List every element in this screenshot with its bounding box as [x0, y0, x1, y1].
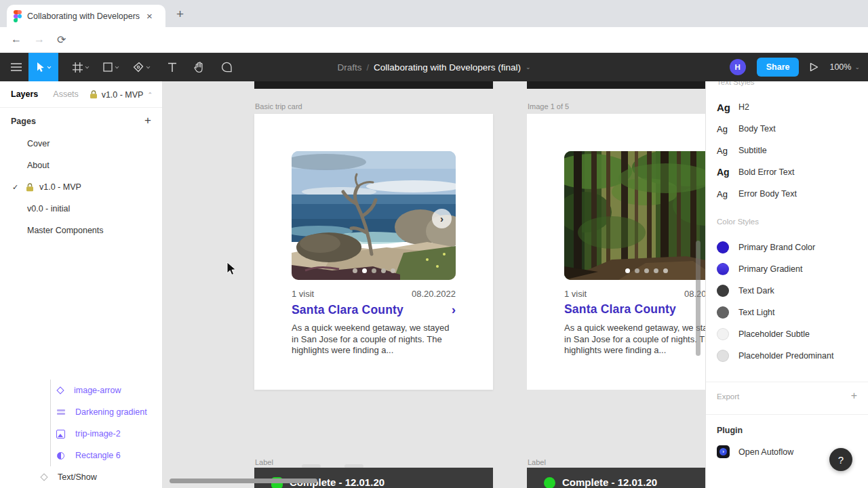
plugin-open-autoflow[interactable]: › Open Autoflow — [717, 445, 793, 458]
carousel-dot[interactable] — [353, 268, 357, 273]
move-cursor-icon — [36, 62, 45, 73]
chevron-down-icon — [115, 66, 119, 69]
carousel-dot-active[interactable] — [362, 268, 367, 273]
color-style-primary-gradient[interactable]: Primary Gradient — [706, 258, 868, 280]
tab-assets[interactable]: Assets — [53, 89, 79, 99]
color-swatch — [717, 241, 729, 253]
page-item-v0-initial[interactable]: v0.0 - initial — [0, 198, 162, 220]
zoom-control[interactable]: 100% ⌄ — [829, 62, 860, 72]
chevron-right-icon: › — [440, 213, 443, 224]
user-avatar[interactable]: H — [730, 59, 746, 75]
text-tool-button[interactable] — [160, 53, 184, 81]
move-tool-button[interactable] — [28, 53, 58, 81]
help-button[interactable]: ? — [829, 448, 852, 471]
text-style-body-text[interactable]: Ag Body Text — [706, 118, 868, 140]
reload-icon[interactable]: ⟳ — [57, 33, 66, 46]
page-label: v0.0 - initial — [27, 204, 70, 214]
chevron-down-icon — [47, 66, 52, 69]
layer-item-image-arrow[interactable]: image-arrow — [0, 380, 162, 401]
page-item-master-components[interactable]: Master Components — [0, 220, 162, 241]
rectangle-icon — [103, 62, 113, 72]
present-play-icon[interactable] — [810, 62, 818, 72]
carousel-dot[interactable] — [663, 268, 668, 273]
hand-tool-button[interactable] — [187, 53, 212, 81]
carousel-dots[interactable] — [292, 268, 456, 273]
carousel-dot-active[interactable] — [625, 268, 630, 273]
color-swatch — [717, 306, 729, 319]
zoom-chevron-icon: ⌄ — [854, 64, 860, 70]
breadcrumb-drafts[interactable]: Drafts — [337, 62, 361, 73]
shape-tool-button[interactable] — [97, 53, 125, 81]
carousel-dot[interactable] — [372, 268, 376, 273]
export-header[interactable]: Export — [717, 392, 739, 401]
page-version-selector[interactable]: v1.0 - MVP ⌃ — [90, 81, 153, 108]
trip-photo-forest[interactable] — [564, 151, 705, 280]
carousel-next-button[interactable]: › — [432, 209, 452, 228]
comment-tool-button[interactable] — [214, 53, 239, 81]
frame-status-banner[interactable]: Complete - 12.01.20 — [254, 468, 493, 488]
browser-tab[interactable]: Collaborating with Developers × — [7, 5, 165, 27]
layer-item-darkening-gradient[interactable]: Darkening gradient — [0, 401, 162, 423]
forward-icon[interactable]: → — [34, 33, 45, 45]
carousel-dot[interactable] — [391, 268, 395, 273]
tab-close-icon[interactable]: × — [146, 10, 153, 22]
text-style-h2[interactable]: Ag H2 — [706, 96, 868, 118]
layer-label: Text/Show — [58, 472, 97, 482]
design-canvas[interactable]: Basic trip card — [163, 81, 705, 488]
page-item-cover[interactable]: Cover — [0, 133, 162, 155]
color-style-primary-brand[interactable]: Primary Brand Color — [706, 237, 868, 258]
style-sample: Ag — [717, 146, 737, 156]
breadcrumb-file-name[interactable]: Collaborating with Developers (final) — [374, 62, 521, 73]
layer-item-trip-image-2[interactable]: trip-image-2 — [0, 423, 162, 445]
carousel-dot[interactable] — [635, 268, 639, 273]
frame-label-label[interactable]: Label — [528, 458, 546, 466]
visit-count: 1 visit — [292, 289, 314, 299]
layer-item-text-show[interactable]: Text/Show — [0, 466, 162, 488]
tab-layers[interactable]: Layers — [11, 89, 38, 99]
frame-tool-button[interactable] — [66, 53, 95, 81]
frame-label-image-1-of-5[interactable]: Image 1 of 5 — [528, 102, 569, 110]
page-label: v1.0 - MVP — [39, 182, 81, 192]
text-style-bold-error-text[interactable]: Ag Bold Error Text — [706, 161, 868, 183]
back-icon[interactable]: ← — [11, 33, 22, 45]
add-page-button[interactable]: + — [144, 114, 151, 127]
coast-photo-graphic — [292, 151, 456, 280]
add-export-button[interactable]: + — [851, 390, 857, 402]
carousel-dot[interactable] — [381, 268, 386, 273]
half-fill-circle-icon — [57, 452, 64, 460]
new-tab-button[interactable]: + — [176, 7, 184, 22]
page-item-about[interactable]: About — [0, 155, 162, 176]
carousel-dots[interactable] — [564, 268, 705, 273]
text-styles-header: Text Styles — [717, 81, 755, 86]
trip-detail-arrow-icon[interactable]: › — [452, 302, 456, 317]
frame-label-label[interactable]: Label — [255, 458, 273, 466]
style-sample: Ag — [717, 167, 737, 178]
canvas-horizontal-scrollbar[interactable] — [170, 479, 317, 483]
color-styles-header: Color Styles — [717, 218, 759, 226]
color-style-placeholder-predominant[interactable]: Placeholder Predominant — [706, 345, 868, 367]
main-menu-button[interactable] — [4, 53, 28, 81]
color-style-text-light[interactable]: Text Light — [706, 302, 868, 323]
text-style-error-body-text[interactable]: Ag Error Body Text — [706, 183, 868, 205]
frame-image-1-of-5[interactable]: 1 visit 08.20.2022 Santa Clara County As… — [527, 114, 705, 390]
color-style-text-dark[interactable]: Text Dark — [706, 280, 868, 302]
text-style-subtitle[interactable]: Ag Subtitle — [706, 140, 868, 161]
trip-date: 08.20.2022 — [684, 289, 705, 299]
carousel-dot[interactable] — [654, 268, 658, 273]
color-style-placeholder-subtle[interactable]: Placeholder Subtle — [706, 323, 868, 345]
frame-icon — [73, 62, 83, 73]
pen-tool-button[interactable] — [127, 53, 156, 81]
file-menu-chevron-icon[interactable]: ⌄ — [526, 64, 531, 70]
hamburger-icon — [11, 63, 22, 71]
carousel-dot[interactable] — [644, 268, 649, 273]
collapse-chevron-icon: ⌃ — [147, 92, 153, 98]
share-button[interactable]: Share — [757, 58, 800, 77]
canvas-vertical-scrollbar[interactable] — [696, 241, 701, 356]
frame-basic-trip-card[interactable]: › 1 visit 08.20.2022 Santa Clara County … — [254, 114, 493, 390]
frame-label-basic-trip-card[interactable]: Basic trip card — [255, 102, 302, 110]
frame-status-banner[interactable]: Complete - 12.01.20 — [527, 468, 705, 488]
style-label: H2 — [738, 102, 749, 112]
trip-photo-coast[interactable] — [292, 151, 456, 280]
page-item-v1-mvp[interactable]: ✓ v1.0 - MVP — [0, 176, 162, 198]
layer-item-rectangle-6[interactable]: Rectangle 6 — [0, 445, 162, 466]
